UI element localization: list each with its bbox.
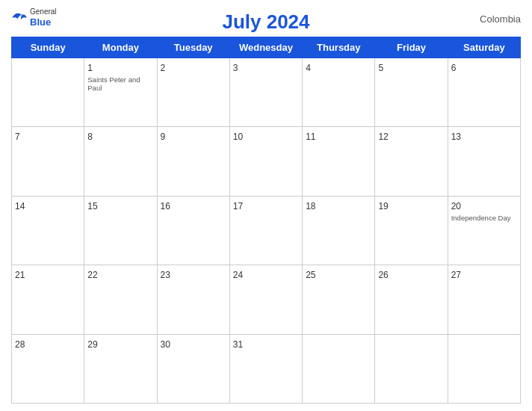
date-number: 13 [451,132,461,142]
country-label: Colombia [480,13,521,25]
calendar-cell: 14 [12,196,84,265]
holiday-label: Independence Day [451,214,517,222]
week-row-1: 78910111213 [12,127,521,196]
calendar-cell: 31 [229,334,302,403]
date-number: 21 [15,270,25,280]
date-number: 27 [451,270,461,280]
calendar-header: General Blue July 2024 Colombia [11,7,521,34]
calendar-cell: 9 [157,127,229,196]
day-header-monday: Monday [84,37,157,58]
logo-name: General Blue [30,7,57,28]
calendar-cell [448,334,520,403]
date-number: 10 [233,132,243,142]
calendar-cell: 12 [375,127,448,196]
calendar-table: SundayMondayTuesdayWednesdayThursdayFrid… [11,37,521,404]
date-number: 9 [161,132,166,142]
calendar-cell: 5 [375,58,448,127]
date-number: 14 [15,201,25,211]
day-header-sunday: Sunday [12,37,84,58]
calendar-cell: 26 [375,265,448,334]
calendar-cell: 28 [12,334,84,403]
date-number: 19 [378,201,388,211]
date-number: 5 [378,63,383,73]
calendar-page: General Blue July 2024 Colombia SundayMo… [0,0,532,411]
date-number: 2 [161,63,166,73]
calendar-cell: 21 [12,265,84,334]
calendar-cell: 15 [84,196,157,265]
calendar-cell: 23 [157,265,229,334]
calendar-cell: 25 [303,265,375,334]
logo: General Blue [11,7,57,28]
calendar-cell: 13 [448,127,520,196]
date-number: 30 [161,339,170,350]
calendar-cell: 8 [84,127,157,196]
date-number: 25 [306,270,315,280]
date-number: 18 [306,201,315,211]
calendar-cell [12,58,84,127]
calendar-cell: 16 [157,196,229,265]
week-row-0: 1Saints Peter and Paul23456 [12,58,521,127]
date-number: 3 [233,63,238,73]
date-number: 23 [161,270,170,280]
calendar-cell: 3 [229,58,302,127]
date-number: 15 [87,201,97,211]
date-number: 29 [87,339,97,350]
date-number: 8 [87,132,93,142]
logo-line1: General [30,7,57,16]
day-header-thursday: Thursday [303,37,375,58]
logo-line2: Blue [30,16,57,28]
calendar-cell: 20Independence Day [448,196,520,265]
calendar-cell: 4 [303,58,375,127]
date-number: 26 [378,270,388,280]
calendar-cell: 10 [229,127,302,196]
holiday-label: Saints Peter and Paul [87,75,153,93]
week-row-4: 28293031 [12,334,521,403]
calendar-cell: 27 [448,265,520,334]
day-header-friday: Friday [375,37,448,58]
calendar-cell [303,334,375,403]
calendar-cell: 6 [448,58,520,127]
date-number: 17 [233,201,243,211]
week-row-2: 14151617181920Independence Day [12,196,521,265]
calendar-cell: 2 [157,58,229,127]
calendar-cell: 19 [375,196,448,265]
date-number: 28 [15,339,25,350]
calendar-cell: 22 [84,265,157,334]
week-row-3: 21222324252627 [12,265,521,334]
day-header-wednesday: Wednesday [229,37,302,58]
calendar-cell [375,334,448,403]
calendar-cell: 29 [84,334,157,403]
calendar-cell: 18 [303,196,375,265]
logo-bird-icon [11,11,28,25]
date-number: 6 [451,63,457,73]
date-number: 4 [306,63,311,73]
calendar-cell: 24 [229,265,302,334]
calendar-cell: 11 [303,127,375,196]
calendar-cell: 7 [12,127,84,196]
date-number: 12 [378,132,388,142]
calendar-cell: 1Saints Peter and Paul [84,58,157,127]
date-number: 16 [161,201,170,211]
date-number: 7 [15,132,20,142]
calendar-cell: 30 [157,334,229,403]
calendar-cell: 17 [229,196,302,265]
date-number: 31 [233,339,243,350]
day-header-tuesday: Tuesday [157,37,229,58]
day-header-row: SundayMondayTuesdayWednesdayThursdayFrid… [12,37,521,58]
day-header-saturday: Saturday [448,37,520,58]
date-number: 20 [451,201,461,211]
calendar-title: July 2024 [222,10,309,34]
date-number: 24 [233,270,243,280]
date-number: 22 [87,270,97,280]
date-number: 11 [306,132,315,142]
date-number: 1 [87,63,93,73]
